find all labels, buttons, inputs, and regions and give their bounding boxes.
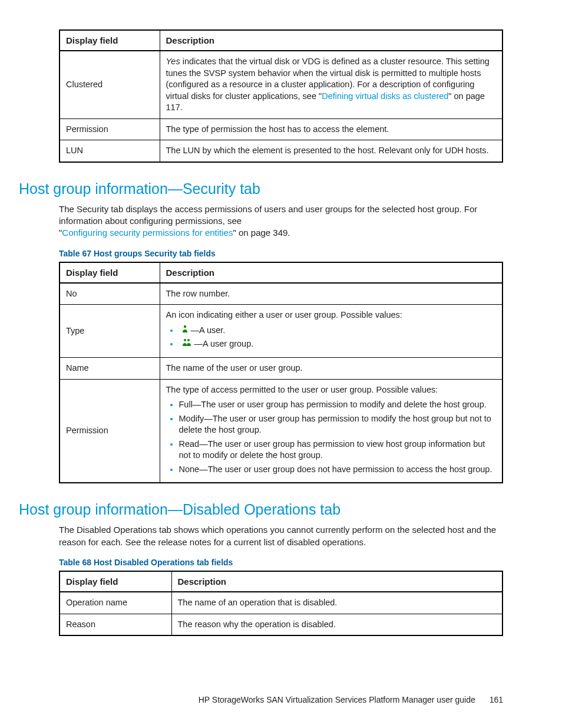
heading-disabled-ops-tab: Host group information—Disabled Operatio…: [19, 501, 503, 518]
table-caption-67: Table 67 Host groups Security tab fields: [59, 249, 503, 258]
svg-point-2: [187, 339, 190, 341]
list-item: —A user.: [179, 325, 497, 337]
table-continued: Display field Description Clustered Yes …: [59, 29, 503, 163]
para-after: " on page 349.: [233, 228, 290, 238]
list-item: —A user group.: [179, 338, 497, 350]
cell-desc: The type of permission the host has to a…: [160, 118, 503, 140]
cell-desc: An icon indicating either a user or user…: [160, 305, 503, 358]
svg-point-0: [183, 325, 186, 328]
svg-point-1: [184, 339, 186, 341]
link-defining-virtual-disks[interactable]: Defining virtual disks as clustered: [322, 91, 448, 101]
cell-field: Reason: [59, 614, 171, 635]
page-footer: HP StorageWorks SAN Virtualization Servi…: [199, 695, 503, 704]
table-67: Display field Description No The row num…: [59, 262, 503, 484]
cell-field: LUN: [59, 140, 160, 162]
table-row: Permission The type of access permitted …: [59, 379, 503, 483]
user-group-icon: [181, 338, 192, 350]
cell-field: Type: [59, 305, 160, 358]
col-description: Description: [160, 30, 503, 51]
cell-desc: Yes indicates that the virtual disk or V…: [160, 51, 503, 118]
table-row: Name The name of the user or user group.: [59, 357, 503, 379]
cell-desc: The row number.: [160, 283, 503, 305]
user-icon: [181, 325, 189, 337]
cell-desc: The name of the user or user group.: [160, 357, 503, 379]
perm-list: Full—The user or user group has permissi…: [166, 399, 497, 475]
cell-field: Permission: [59, 118, 160, 140]
col-description: Description: [171, 571, 503, 592]
footer-title: HP StorageWorks SAN Virtualization Servi…: [199, 695, 475, 704]
list-item: None—The user or user group does not hav…: [179, 464, 497, 476]
cell-field: Name: [59, 357, 160, 379]
cell-field: No: [59, 283, 160, 305]
table-row: Type An icon indicating either a user or…: [59, 305, 503, 358]
type-list: —A user. —A user group.: [166, 325, 497, 350]
cell-desc: The LUN by which the element is presente…: [160, 140, 503, 162]
heading-security-tab: Host group information—Security tab: [19, 180, 503, 197]
table-row: Reason The reason why the operation is d…: [59, 614, 503, 635]
table-row: LUN The LUN by which the element is pres…: [59, 140, 503, 162]
para-disabled-ops: The Disabled Operations tab shows which …: [59, 524, 503, 548]
type-intro: An icon indicating either a user or user…: [166, 310, 402, 319]
cell-desc: The reason why the operation is disabled…: [171, 614, 503, 635]
table-caption-68: Table 68 Host Disabled Operations tab fi…: [59, 558, 503, 567]
type-user-text: —A user.: [191, 325, 226, 335]
col-display-field: Display field: [59, 262, 160, 283]
link-configuring-security[interactable]: Configuring security permissions for ent…: [62, 228, 233, 238]
perm-intro: The type of access permitted to the user…: [166, 385, 438, 394]
table-row: No The row number.: [59, 283, 503, 305]
col-display-field: Display field: [59, 30, 160, 51]
para-text: The Security tab displays the access per…: [59, 204, 477, 226]
table-row: Clustered Yes indicates that the virtual…: [59, 51, 503, 118]
cell-desc: The type of access permitted to the user…: [160, 379, 503, 483]
para-security: The Security tab displays the access per…: [59, 203, 503, 239]
table-row: Operation name The name of an operation …: [59, 592, 503, 614]
col-description: Description: [160, 262, 503, 283]
list-item: Full—The user or user group has permissi…: [179, 399, 497, 411]
table-68: Display field Description Operation name…: [59, 571, 503, 636]
cell-field: Permission: [59, 379, 160, 483]
page-number: 161: [490, 695, 503, 704]
italic-yes: Yes: [166, 57, 180, 66]
type-group-text: —A user group.: [194, 339, 254, 348]
cell-desc: The name of an operation that is disable…: [171, 592, 503, 614]
col-display-field: Display field: [59, 571, 171, 592]
list-item: Read—The user or user group has permissi…: [179, 439, 497, 462]
cell-field: Clustered: [59, 51, 160, 118]
list-item: Modify—The user or user group has permis…: [179, 413, 497, 436]
table-row: Permission The type of permission the ho…: [59, 118, 503, 140]
cell-field: Operation name: [59, 592, 171, 614]
